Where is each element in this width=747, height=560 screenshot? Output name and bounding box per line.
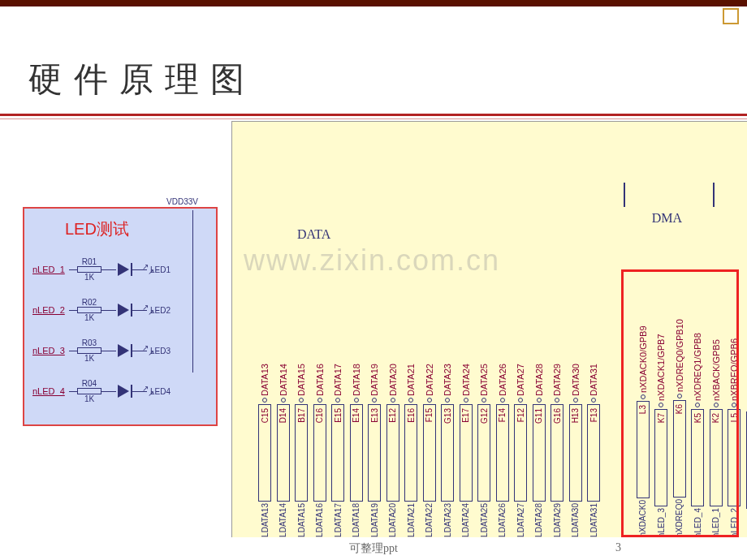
resistor-value: 1K [77, 354, 101, 363]
pin-net-label: LDATA27 [516, 503, 525, 537]
pin-grid-label: D14 [279, 408, 287, 423]
pin-signal-label: DATA30 [571, 299, 581, 396]
pin-signal-label: DATA23 [443, 299, 452, 396]
pin-grid-label: E15 [334, 408, 343, 423]
pin-signal-label: DATA21 [406, 299, 416, 396]
pin-box: E15 [331, 404, 344, 502]
pin-terminal-icon [281, 398, 286, 403]
led-circuit-box: LED测试 VDD33V nLED_1R011KLED1↗↗nLED_2R021… [23, 207, 218, 426]
pin-column: DATA28G11LDATA28 [531, 299, 547, 537]
pin-signal-label: DATA28 [534, 299, 544, 396]
schematic-panel: DATA DMA DATA13C15LDATA13DATA14D14LDATA1… [231, 121, 747, 537]
pin-grid-label: G16 [553, 408, 562, 424]
pin-box: G13 [441, 404, 454, 502]
led-row: nLED_1R011KLED1 [32, 249, 208, 290]
light-arrow-icon: ↗ [148, 267, 154, 276]
pin-net-label: LDATA23 [443, 503, 452, 537]
pin-terminal-icon [262, 398, 267, 403]
pin-terminal-icon [427, 398, 432, 403]
pin-net-label: LDATA31 [589, 503, 598, 537]
pin-net-label: LDATA26 [498, 503, 507, 537]
resistor-value: 1K [77, 394, 101, 403]
wire [101, 351, 116, 351]
resistor-symbol [77, 266, 101, 273]
pin-column: DATA21E16LDATA21 [403, 299, 419, 537]
pin-box: E13 [368, 404, 381, 502]
pin-terminal-icon [500, 398, 505, 403]
pin-net-label: LDATA18 [352, 503, 361, 537]
pin-box: E16 [404, 404, 417, 502]
pin-terminal-icon [391, 398, 395, 403]
led-title: LED测试 [65, 218, 129, 240]
pin-signal-label: DATA17 [333, 299, 343, 396]
corner-decoration [723, 8, 739, 24]
pin-grid-label: E13 [370, 408, 379, 423]
pin-column: DATA15B17LDATA15 [293, 299, 309, 537]
pin-signal-label: DATA24 [461, 299, 471, 396]
pin-box: G16 [551, 404, 563, 502]
resistor-symbol [77, 388, 101, 394]
resistor-name: R04 [77, 379, 101, 388]
light-arrow-icon: ↗ [148, 348, 154, 357]
pin-box: E14 [350, 404, 363, 502]
pin-box: H13 [569, 404, 582, 502]
dma-section-label: DMA [652, 211, 682, 226]
pin-box: F15 [423, 404, 436, 502]
pin-grid-label: E14 [352, 408, 361, 423]
nled-label: nLED_2 [32, 305, 69, 315]
pin-net-label: LDATA22 [425, 503, 434, 537]
led-row: nLED_2R021KLED2 [32, 290, 208, 330]
page-number: 3 [615, 541, 621, 554]
pin-box: E17 [460, 404, 473, 502]
pin-grid-label: C15 [261, 408, 270, 423]
diode-icon [118, 344, 129, 357]
wire [69, 391, 77, 392]
pin-net-label: LDATA19 [370, 503, 379, 537]
pin-box: G12 [477, 404, 490, 502]
nled-label: nLED_4 [32, 386, 69, 396]
wire [69, 269, 77, 270]
pin-terminal-icon [537, 398, 542, 403]
led-row: nLED_4R041KLED4 [32, 371, 208, 411]
pin-signal-label: DATA27 [516, 299, 525, 396]
pin-signal-label: DATA20 [388, 299, 398, 396]
pin-column: DATA23G13LDATA23 [439, 299, 456, 537]
resistor-symbol [77, 347, 101, 354]
page-title: 硬件原理图 [28, 57, 256, 102]
pin-grid-label: E16 [407, 408, 416, 423]
pin-terminal-icon [335, 398, 340, 403]
pin-grid-label: H13 [571, 408, 580, 423]
resistor-value: 1K [77, 273, 101, 282]
pin-column: DATA18E14LDATA18 [348, 299, 365, 537]
pin-box: C15 [258, 404, 271, 502]
pin-signal-label: DATA29 [552, 299, 562, 396]
pin-box: B17 [295, 404, 308, 502]
pin-column: DATA14D14LDATA14 [275, 299, 291, 537]
pin-grid-label: C16 [315, 408, 324, 423]
pin-signal-label: DATA16 [315, 299, 325, 396]
pin-terminal-icon [317, 398, 322, 403]
pin-grid-label: G13 [443, 408, 452, 424]
pin-net-label: LDATA21 [407, 503, 416, 537]
pin-signal-label: DATA25 [479, 299, 489, 396]
resistor-name: R03 [77, 338, 101, 347]
pin-net-label: LDATA24 [461, 503, 470, 537]
pin-box: F12 [514, 404, 527, 502]
pin-column: DATA27F12LDATA27 [512, 299, 529, 537]
pin-net-label: LDATA28 [534, 503, 543, 537]
pin-box: G11 [533, 404, 546, 502]
pin-signal-label: DATA22 [425, 299, 434, 396]
top-bar [0, 0, 747, 6]
resistor-value: 1K [77, 313, 101, 322]
resistor: R041K [77, 379, 101, 403]
pin-signal-label: DATA31 [589, 299, 598, 396]
pin-signal-label: DATA14 [279, 299, 288, 396]
pin-column: DATA20E12LDATA20 [385, 299, 401, 537]
pin-terminal-icon [555, 398, 559, 403]
resistor-name: R02 [77, 298, 101, 307]
pin-column: DATA30H13LDATA30 [568, 299, 584, 537]
pin-signal-label: DATA26 [498, 299, 507, 396]
pin-box: F14 [496, 404, 509, 502]
diode-icon [118, 385, 129, 398]
led-row: nLED_3R031KLED3 [32, 330, 208, 371]
